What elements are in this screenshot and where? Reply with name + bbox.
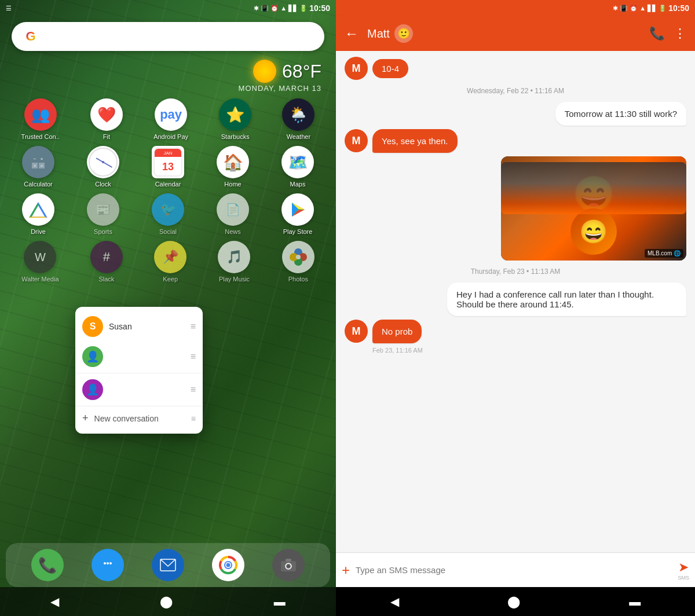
status-right-icons: ✱ 📳 ⏰ ▲ ▋▋ 🔋 10:50 [613,3,689,13]
svg-point-7 [104,562,106,564]
status-bar-right: ✱ 📳 ⏰ ▲ ▋▋ 🔋 10:50 [336,0,695,16]
app-clock[interactable]: Clock [87,146,119,188]
message-bubble-right-2: Hey I had a conference call run later th… [345,283,686,316]
playstore-icon [281,193,314,226]
back-button-left[interactable]: ◀ [50,595,59,608]
message-10-4: M 10-4 [345,57,686,80]
contact-3[interactable]: 👤 ≡ [75,375,203,405]
app-social-stacked[interactable]: 🐦 Social [152,193,184,235]
bubble-text-4: No prob [372,320,422,343]
home-button-left[interactable]: ⬤ [160,595,173,608]
calculator-label: Calculator [24,181,53,188]
dock-chrome[interactable] [212,549,244,581]
pay-icon: pay [155,98,187,131]
app-walter[interactable]: W Walter Media [21,241,58,283]
messages-area[interactable]: M 10-4 Wednesday, Feb 22 • 11:16 AM Tomo… [336,51,695,552]
app-starbucks[interactable]: ⭐ Starbucks [219,98,251,140]
attach-button[interactable]: + [342,562,350,578]
contact-susan[interactable]: S Susan ≡ [75,311,203,342]
battery-icon-right: 🔋 [659,5,667,12]
system-icons: ✱ 📳 ⏰ ▲ ▋▋ 🔋 10:50 [254,3,330,13]
date-sep-1: Wednesday, Feb 22 • 11:16 AM [345,87,686,95]
dock: 📞 [6,543,330,587]
app-weather[interactable]: 🌦️ Weather [282,98,314,140]
more-button[interactable]: ⋮ [674,26,686,41]
gif-watermark: MLB.com 🌐 [645,249,683,258]
home-screen: ☰ ✱ 📳 ⏰ ▲ ▋▋ 🔋 10:50 G 68°F MONDAY, MARC… [0,0,336,616]
app-calendar[interactable]: JAN 13 Calendar [152,146,184,188]
weather-widget: 68°F MONDAY, MARCH 13 [0,57,336,96]
svg-rect-16 [286,559,291,562]
back-button-nav-right[interactable]: ◀ [390,595,399,608]
message-input[interactable] [356,565,672,575]
contact-2[interactable]: 👤 ≡ [75,342,203,372]
app-fit[interactable]: ❤️ Fit [90,98,123,140]
contact2-avatar: 👤 [82,346,103,367]
keep-label: Keep [163,276,178,283]
svg-point-14 [226,563,231,567]
date-display: MONDAY, MARCH 13 [14,84,321,93]
contact-divider-2 [75,406,203,406]
back-button-right[interactable]: ← [345,25,359,42]
trusted-icon: 👥 [24,98,57,131]
chat-contact-title: Matt 🙂 [367,24,641,43]
app-news-stacked[interactable]: 📄 News [217,193,249,235]
app-calculator[interactable]: − × + = Calculator [22,146,54,188]
slack-label: Slack [98,276,114,283]
susan-name: Susan [109,322,185,331]
svg-point-9 [109,562,112,564]
home-button-nav-right[interactable]: ⬤ [507,595,520,608]
trusted-label: Trusted Con.. [21,133,60,140]
app-row-2: − × + = Calculator Clock JAN [0,143,336,190]
app-home[interactable]: 🏠 Home [217,146,249,188]
drag-handle-2: ≡ [191,351,196,362]
app-pay[interactable]: pay Android Pay [153,98,188,140]
dock-messages[interactable] [92,549,124,581]
app-keep[interactable]: 📌 Keep [154,241,186,283]
search-bar[interactable]: G [12,22,324,51]
notification-icon: ☰ [6,5,12,12]
message-gif: 😄 MLB.com 🌐 [345,156,686,261]
playmusic-icon: 🎵 [218,241,250,273]
temperature: 68°F [282,61,321,82]
new-conversation-button[interactable]: + New conversation ≡ [75,408,203,429]
photos-label: Photos [288,276,308,283]
app-trusted[interactable]: 👥 Trusted Con.. [21,98,60,140]
app-photos[interactable]: Photos [282,241,314,283]
dock-camera[interactable] [272,549,305,581]
drag-handle-new: ≡ [191,414,196,423]
drive-icon [22,193,54,226]
status-time-left: 10:50 [309,3,330,13]
status-icons: ☰ [6,5,12,12]
message-timestamp: Feb 23, 11:16 AM [345,347,686,354]
app-sports-stacked[interactable]: 📰 Sports [87,193,119,235]
drag-handle-susan: ≡ [191,321,196,332]
wifi-icon: ▲ [280,5,287,12]
recents-button-nav-right[interactable]: ▬ [629,595,641,608]
photos-icon [282,241,314,273]
date-sep-2: Thursday, Feb 23 • 11:13 AM [345,267,686,276]
matt-avatar-1: M [345,57,368,80]
svg-point-4 [296,255,301,259]
dock-inbox[interactable] [152,549,184,581]
drive-label: Drive [31,228,46,235]
call-button[interactable]: 📞 [649,26,665,41]
app-playmusic[interactable]: 🎵 Play Music [218,241,250,283]
home-app-label: Home [224,181,241,188]
bubble-text-1: Tomorrow at 11:30 still work? [555,102,686,126]
dock-phone[interactable]: 📞 [31,549,64,581]
recents-button-left[interactable]: ▬ [274,595,286,608]
playmusic-label: Play Music [219,276,250,283]
app-slack[interactable]: # Slack [90,241,123,283]
app-drive[interactable]: Drive [22,193,54,235]
nav-bar-right: ◀ ⬤ ▬ [336,587,695,616]
send-button[interactable]: ➤ SMS [678,560,689,581]
chat-action-buttons: 📞 ⋮ [649,26,686,41]
clock-label: Clock [95,181,111,188]
drag-handle-3: ≡ [191,384,196,395]
chat-header: ← Matt 🙂 📞 ⋮ [336,16,695,51]
wifi-icon-right: ▲ [639,5,646,12]
app-maps[interactable]: 🗺️ Maps [281,146,314,188]
bubble-text-2: Yes, see ya then. [372,129,458,153]
app-playstore[interactable]: Play Store [281,193,314,235]
